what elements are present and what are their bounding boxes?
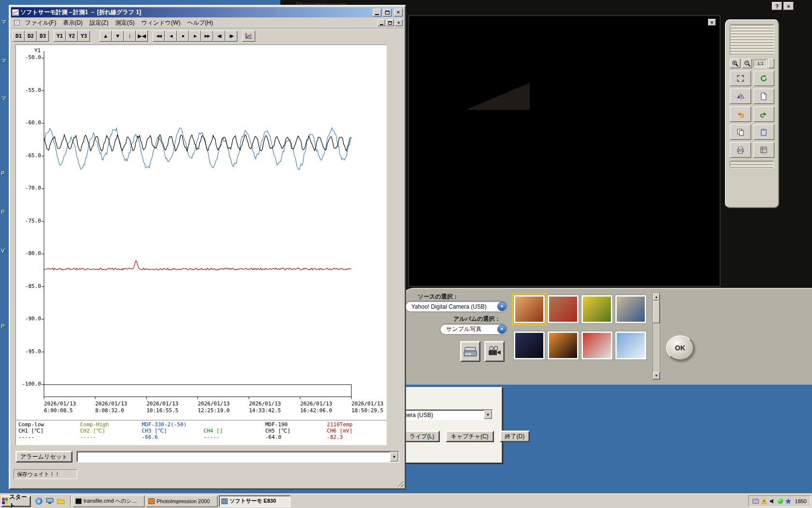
- copy-page-button[interactable]: [754, 89, 775, 104]
- playback-button[interactable]: ▶: [189, 30, 201, 42]
- dialog-button[interactable]: ライブ(L): [404, 431, 440, 442]
- dialog-button[interactable]: キャプチャ(C): [446, 431, 494, 442]
- data-select-button[interactable]: D1: [13, 30, 25, 42]
- scrollbar-thumb[interactable]: [653, 301, 660, 323]
- ok-button[interactable]: OK: [666, 335, 694, 360]
- zoom-out-button[interactable]: [742, 59, 753, 68]
- axis-select-button[interactable]: Y2: [66, 30, 78, 42]
- menu-item[interactable]: ヘルプ(H): [184, 18, 217, 28]
- legend-channel-name: [203, 421, 263, 428]
- task-icon: [75, 498, 82, 504]
- quicklaunch-desktop-icon[interactable]: [45, 496, 55, 506]
- thumbnail[interactable]: [615, 331, 647, 360]
- playback-button[interactable]: ▮▶: [225, 30, 237, 42]
- minimize-button[interactable]: [373, 9, 381, 16]
- thumbnail[interactable]: [581, 295, 613, 324]
- alarm-reset-button[interactable]: アラームリセット: [15, 451, 72, 463]
- axis-select-button[interactable]: Y3: [78, 30, 90, 42]
- scroll-arrow-button[interactable]: ▶◀: [136, 30, 148, 42]
- close-button[interactable]: ×: [783, 2, 794, 10]
- settings-button[interactable]: [754, 142, 775, 158]
- detail-button[interactable]: [768, 59, 774, 68]
- x-tick-time: 18:50:29.5: [351, 407, 387, 414]
- alarm-combobox[interactable]: ▼: [76, 451, 399, 463]
- scroll-down-button[interactable]: ▼: [653, 372, 660, 379]
- mdi-system-icon[interactable]: [14, 20, 20, 26]
- chevron-down-icon[interactable]: ▼: [390, 452, 398, 462]
- undo-button[interactable]: [730, 106, 751, 122]
- task-button[interactable]: PhotoImpression 2000: [146, 495, 218, 507]
- x-tick-date: 2026/01/13: [146, 401, 201, 407]
- playback-button[interactable]: ◀◀: [153, 30, 165, 42]
- playback-button[interactable]: ◀▮: [213, 30, 225, 42]
- scroll-arrow-button[interactable]: ↕: [124, 30, 136, 42]
- camera-select-combobox[interactable]: amera (USB) ▼: [396, 409, 493, 420]
- thumbnail[interactable]: [513, 295, 545, 324]
- scroll-arrow-button[interactable]: ▼: [112, 30, 124, 42]
- restore-button[interactable]: [383, 9, 392, 16]
- task-buttons: transfile.cmd へのショート... PhotoImpression …: [73, 495, 290, 507]
- menu-item[interactable]: 測定(S): [112, 18, 138, 28]
- chevron-down-icon[interactable]: ▼: [497, 325, 507, 334]
- data-select-button[interactable]: D3: [37, 30, 49, 42]
- menu-item[interactable]: ファイル(F): [22, 18, 59, 28]
- album-select-dropdown[interactable]: サンプル写真 ▼: [440, 324, 508, 335]
- chevron-down-icon[interactable]: ▼: [484, 410, 492, 419]
- paste-button[interactable]: [754, 124, 775, 140]
- quicklaunch-ie-icon[interactable]: e: [34, 496, 44, 506]
- thumbnail[interactable]: [547, 331, 579, 360]
- menu-item[interactable]: 表示(D): [59, 18, 86, 28]
- tray-printer-icon[interactable]: [753, 499, 759, 504]
- thumbnail[interactable]: [581, 331, 613, 360]
- desktop-icon-fragment: P: [1, 323, 4, 329]
- preview-close-button[interactable]: ×: [708, 19, 716, 26]
- mdi-restore-button[interactable]: [386, 19, 394, 26]
- tray-status-icon[interactable]: [778, 498, 783, 504]
- zoom-in-button[interactable]: [730, 59, 740, 68]
- thumbnail[interactable]: [615, 295, 647, 324]
- help-button[interactable]: ?: [772, 2, 782, 10]
- menu-item[interactable]: 設定(Z): [86, 18, 112, 28]
- task-label: ソフトサーモ E830: [230, 497, 276, 505]
- thumbnail[interactable]: [547, 295, 579, 324]
- dialog-button[interactable]: 終了(D): [500, 431, 530, 442]
- axis-select-button[interactable]: Y1: [54, 30, 66, 42]
- scroll-up-button[interactable]: ▲: [653, 293, 660, 300]
- quicklaunch-folder-icon[interactable]: [56, 496, 66, 506]
- tray-clock[interactable]: 1850: [794, 498, 807, 504]
- task-button[interactable]: ソフトサーモ E830: [219, 495, 290, 507]
- mdi-minimize-button[interactable]: [377, 19, 385, 26]
- camera-select-value: amera (USB): [397, 410, 484, 419]
- print-button[interactable]: [730, 142, 751, 158]
- playback-button[interactable]: ■: [177, 30, 189, 42]
- source-select-dropdown[interactable]: Yahoo! Digital Camera (USB) ▼: [405, 301, 508, 312]
- thumbnail[interactable]: [513, 331, 545, 360]
- thumbnail-scrollbar[interactable]: ▲ ▼: [652, 293, 660, 380]
- refresh-button[interactable]: [754, 71, 775, 86]
- copy-button[interactable]: [730, 124, 751, 140]
- chevron-down-icon[interactable]: ▼: [497, 302, 507, 311]
- capture-dialog-buttons: ライブ(L)キャプチャ(C)終了(D): [404, 431, 530, 442]
- graph-mode-button[interactable]: [242, 30, 255, 42]
- playback-button[interactable]: ◀: [165, 30, 177, 42]
- tray-warning-icon[interactable]: [761, 498, 767, 504]
- redo-button[interactable]: [754, 106, 775, 122]
- start-button[interactable]: スタート: [1, 495, 31, 507]
- fit-window-button[interactable]: [730, 71, 751, 86]
- tray-star-icon[interactable]: [785, 498, 791, 504]
- resize-grip[interactable]: [397, 481, 404, 487]
- tray-volume-icon[interactable]: [769, 498, 775, 504]
- task-button[interactable]: transfile.cmd へのショート...: [73, 495, 145, 507]
- camera-source-button[interactable]: [484, 341, 505, 362]
- scroll-arrow-button[interactable]: ▲: [100, 30, 112, 42]
- flip-horizontal-button[interactable]: [730, 89, 751, 104]
- scanner-source-button[interactable]: [460, 341, 480, 362]
- titlebar[interactable]: ソフトサーモ計測－計測1 － [折れ線グラフ 1] ×: [11, 7, 404, 17]
- mdi-close-button[interactable]: ×: [395, 19, 403, 26]
- close-button[interactable]: ×: [394, 9, 403, 16]
- y-tick-label: -65.0: [16, 152, 41, 159]
- menu-item[interactable]: ウィンドウ(W): [138, 18, 184, 28]
- legend-channel-unit: CH5 [℃]: [265, 428, 325, 434]
- playback-button[interactable]: ▶▶: [201, 30, 213, 42]
- data-select-button[interactable]: D2: [25, 30, 37, 42]
